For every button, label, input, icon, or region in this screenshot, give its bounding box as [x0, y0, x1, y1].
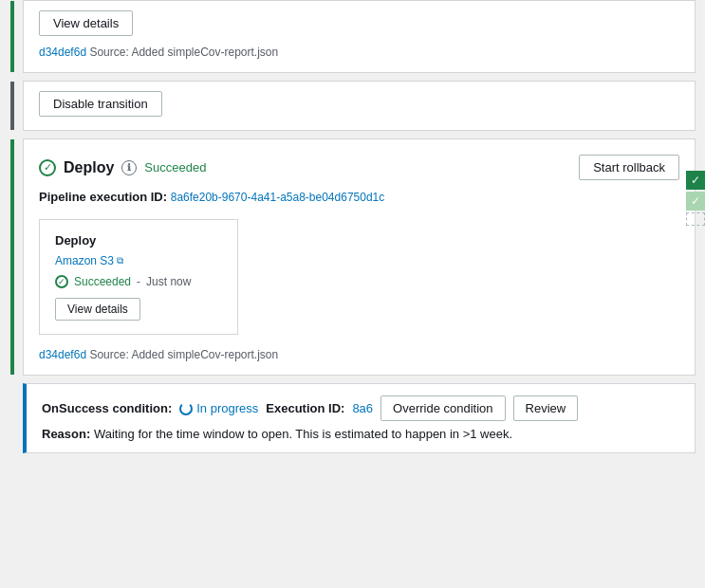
- execution-id-value: 8a6: [352, 401, 373, 415]
- check-indicator-1: ✓: [686, 171, 705, 190]
- override-condition-button[interactable]: Override condition: [380, 395, 506, 421]
- commit-line-deploy: d34def6d Source: Added simpleCov-report.…: [39, 348, 679, 361]
- in-progress-text: In progress: [196, 401, 258, 415]
- commit-hash-link-deploy[interactable]: d34def6d: [39, 348, 86, 361]
- spinner-icon: [179, 402, 193, 415]
- view-details-button-top[interactable]: View details: [39, 10, 133, 36]
- deploy-title: Deploy: [64, 159, 114, 176]
- right-indicators: ✓ ✓: [686, 171, 705, 226]
- reason-text: Waiting for the time window to open. Thi…: [94, 427, 512, 441]
- commit-hash-link-top[interactable]: d34def6d: [39, 46, 86, 59]
- card-success-icon: ✓: [55, 275, 68, 288]
- pipeline-id-row: Pipeline execution ID: 8a6fe20b-9670-4a4…: [39, 190, 679, 204]
- card-succeeded-text: Succeeded: [74, 275, 131, 288]
- in-progress-badge: In progress: [179, 401, 258, 415]
- deploy-card-title: Deploy: [55, 233, 222, 248]
- commit-message-top: Source: Added simpleCov-report.json: [89, 46, 278, 59]
- execution-id-label: Execution ID:: [266, 401, 344, 415]
- card-status-row: ✓ Succeeded - Just now: [55, 275, 222, 288]
- deploy-status: Succeeded: [144, 160, 206, 175]
- start-rollback-button[interactable]: Start rollback: [579, 155, 679, 180]
- reason-label: Reason:: [42, 427, 90, 441]
- deploy-section: ✓ Deploy ℹ Succeeded Start rollback Pipe…: [23, 138, 696, 376]
- deploy-section-header: ✓ Deploy ℹ Succeeded Start rollback: [39, 155, 679, 180]
- pipeline-id-value[interactable]: 8a6fe20b-9670-4a41-a5a8-be04d6750d1c: [171, 191, 385, 204]
- amazon-s3-link[interactable]: Amazon S3 ⧉: [55, 254, 123, 267]
- condition-row: OnSuccess condition: In progress Executi…: [42, 395, 679, 421]
- pipeline-id-label: Pipeline execution ID:: [39, 190, 167, 204]
- view-details-button-card[interactable]: View details: [55, 298, 140, 321]
- s3-link-text: Amazon S3: [55, 254, 114, 267]
- deploy-info-icon[interactable]: ℹ: [121, 160, 137, 175]
- disable-transition-section: Disable transition: [23, 81, 696, 131]
- disable-transition-button[interactable]: Disable transition: [39, 91, 162, 117]
- review-button[interactable]: Review: [513, 395, 579, 421]
- external-link-icon: ⧉: [117, 255, 123, 266]
- condition-label: OnSuccess condition:: [42, 401, 172, 415]
- reason-row: Reason: Waiting for the time window to o…: [42, 427, 679, 441]
- card-time: Just now: [146, 275, 191, 288]
- deploy-card: Deploy Amazon S3 ⧉ ✓ Succeeded - Just no…: [39, 219, 238, 335]
- onsuccess-condition-bar: OnSuccess condition: In progress Executi…: [23, 383, 696, 453]
- commit-message-deploy-text: Source: Added simpleCov-report.json: [89, 348, 278, 361]
- card-separator: -: [137, 275, 140, 288]
- check-indicator-2: ✓: [686, 192, 705, 211]
- deploy-title-group: ✓ Deploy ℹ Succeeded: [39, 159, 206, 176]
- dashed-progress-bar: [686, 212, 705, 226]
- deploy-success-icon: ✓: [39, 159, 56, 176]
- commit-line-top: d34def6d Source: Added simpleCov-report.…: [39, 46, 679, 59]
